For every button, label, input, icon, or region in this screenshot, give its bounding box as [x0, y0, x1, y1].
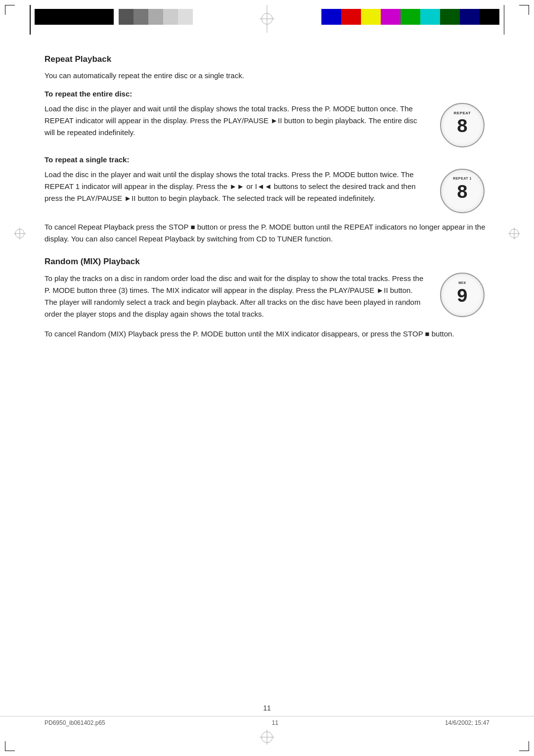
footer-info: PD6950_ib061402.p65 11 14/6/2002; 15:47: [0, 716, 534, 726]
repeat1-display-circle: REPEAT 1 8: [440, 169, 485, 213]
mix-display-circle: MIX 9: [440, 273, 485, 317]
repeat-display-circle: REPEAT 8: [440, 103, 485, 147]
color-bar-red: [341, 9, 361, 25]
top-registration-area: [0, 0, 534, 40]
repeat1-digit: 8: [457, 184, 468, 202]
random-mix-title: Random (MIX) Playback: [44, 257, 490, 267]
corner-mark-tr: [519, 5, 529, 15]
random-mix-text1: To play the tracks on a disc in random o…: [44, 273, 425, 320]
page-crosshair-left: [14, 228, 26, 241]
color-bar-cyan: [420, 9, 440, 25]
single-track-subtitle: To repeat a single track:: [44, 155, 490, 164]
entire-disc-subsection: To repeat the entire disc: Load the disc…: [44, 90, 490, 147]
random-mix-section: Random (MIX) Playback To play the tracks…: [44, 257, 490, 340]
main-content: Repeat Playback You can automatically re…: [0, 40, 534, 359]
footer-center-text: 11: [272, 719, 278, 726]
page-number: 11: [263, 704, 271, 712]
mix-label: MIX: [458, 281, 466, 285]
footer-left-text: PD6950_ib061402.p65: [44, 719, 105, 726]
color-bar-blue: [321, 9, 341, 25]
color-bar-yellow: [361, 9, 381, 25]
gray-bar-2: [134, 9, 148, 25]
repeat-playback-title: Repeat Playback: [44, 54, 490, 64]
gray-bars-left: [119, 9, 193, 25]
color-bar-darkblue: [460, 9, 480, 25]
mix-display: MIX 9: [435, 273, 490, 317]
page-footer: 11 PD6950_ib061402.p65 11 14/6/2002; 15:…: [0, 704, 534, 726]
gray-bar-3: [148, 9, 163, 25]
black-bar-left: [35, 9, 114, 25]
footer-right-text: 14/6/2002; 15:47: [445, 719, 490, 726]
mix-digit: 9: [457, 287, 468, 306]
repeat-cancel-text: To cancel Repeat Playback press the STOP…: [44, 221, 490, 245]
color-bars-right: [321, 9, 499, 25]
page-crosshair-right: [508, 228, 520, 241]
entire-disc-display: REPEAT 8: [435, 103, 490, 147]
single-track-text: Load the disc in the player and wait unt…: [44, 169, 425, 204]
color-bar-darkgreen: [440, 9, 460, 25]
corner-mark-br: [519, 741, 529, 751]
repeat-playback-section: Repeat Playback You can automatically re…: [44, 54, 490, 245]
bottom-crosshair: [260, 730, 274, 746]
crosshair-top-center: [260, 5, 274, 33]
entire-disc-row: Load the disc in the player and wait unt…: [44, 103, 490, 147]
corner-mark-tl: [5, 5, 15, 15]
lcd-circle-repeat1: REPEAT 1 8: [440, 169, 485, 213]
color-bar-green: [400, 9, 420, 25]
entire-disc-subtitle: To repeat the entire disc:: [44, 90, 490, 98]
single-track-display: REPEAT 1 8: [435, 169, 490, 213]
repeat-label: REPEAT: [454, 111, 471, 115]
repeat1-label: REPEAT 1: [453, 177, 472, 180]
random-mix-row: To play the tracks on a disc in random o…: [44, 273, 490, 320]
lcd-circle-mix: MIX 9: [440, 273, 485, 317]
lcd-circle-repeat: REPEAT 8: [440, 103, 485, 147]
gray-bar-4: [163, 9, 178, 25]
color-bar-magenta: [381, 9, 400, 25]
repeat-playback-intro: You can automatically repeat the entire …: [44, 70, 490, 82]
gray-bar-5: [178, 9, 193, 25]
single-track-subsection: To repeat a single track: Load the disc …: [44, 155, 490, 213]
gray-bar-1: [119, 9, 134, 25]
corner-mark-bl: [5, 741, 15, 751]
repeat-digit: 8: [457, 118, 468, 137]
side-line-right: [504, 5, 505, 35]
single-track-row: Load the disc in the player and wait unt…: [44, 169, 490, 213]
random-mix-cancel-text: To cancel Random (MIX) Playback press th…: [44, 328, 490, 340]
entire-disc-text: Load the disc in the player and wait unt…: [44, 103, 425, 139]
color-bar-black-right: [480, 9, 499, 25]
side-line-left: [30, 5, 31, 35]
